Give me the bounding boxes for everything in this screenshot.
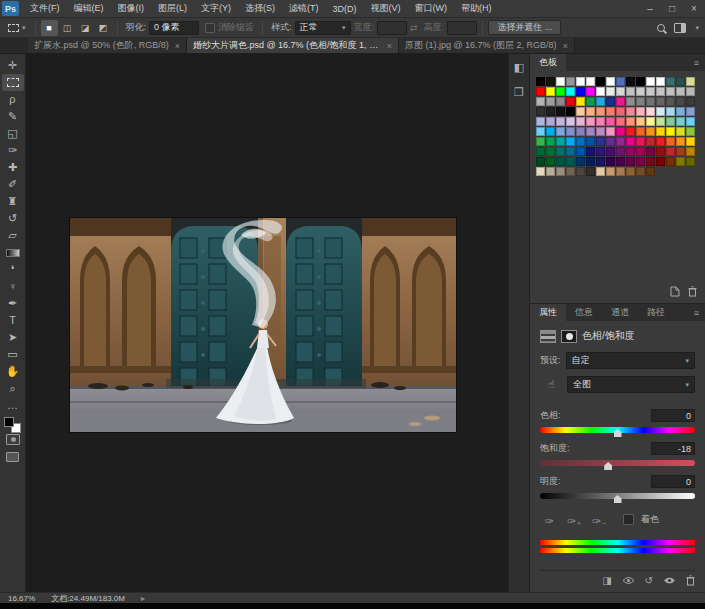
- eyedropper-tool[interactable]: ✑: [2, 142, 24, 159]
- swatch[interactable]: [556, 147, 565, 156]
- view-previous-state-button[interactable]: [622, 576, 635, 585]
- swatch[interactable]: [616, 77, 625, 86]
- swatch[interactable]: [586, 167, 595, 176]
- swatch[interactable]: [626, 107, 635, 116]
- swatch[interactable]: [586, 117, 595, 126]
- new-swatch-button[interactable]: [670, 286, 680, 297]
- swatch[interactable]: [636, 137, 645, 146]
- reset-button[interactable]: ↺: [645, 576, 653, 586]
- layer-mask-thumbnail[interactable]: [561, 330, 577, 343]
- swatch[interactable]: [636, 107, 645, 116]
- swatch[interactable]: [686, 107, 695, 116]
- swatch[interactable]: [586, 107, 595, 116]
- swatch[interactable]: [676, 77, 685, 86]
- rectangular-marquee-tool[interactable]: [2, 74, 24, 91]
- swatch[interactable]: [676, 147, 685, 156]
- swatch[interactable]: [566, 137, 575, 146]
- swatch[interactable]: [546, 97, 555, 106]
- style-select[interactable]: 正常 ▾: [295, 21, 351, 35]
- swatch[interactable]: [666, 137, 675, 146]
- swatch[interactable]: [556, 117, 565, 126]
- workspace-switcher-icon[interactable]: [674, 23, 686, 33]
- swatch[interactable]: [626, 167, 635, 176]
- gradient-tool[interactable]: [2, 244, 24, 261]
- swatch[interactable]: [636, 97, 645, 106]
- swatch[interactable]: [536, 97, 545, 106]
- swatch[interactable]: [576, 87, 585, 96]
- swatch[interactable]: [536, 147, 545, 156]
- tab-close-icon[interactable]: ×: [175, 41, 180, 51]
- colorize-checkbox[interactable]: [623, 514, 634, 525]
- swatch[interactable]: [626, 127, 635, 136]
- history-brush-tool[interactable]: ↺: [2, 210, 24, 227]
- swatch[interactable]: [536, 167, 545, 176]
- zoom-level[interactable]: 16.67%: [8, 594, 35, 603]
- swatch[interactable]: [566, 107, 575, 116]
- crop-tool[interactable]: ◱: [2, 125, 24, 142]
- swatch[interactable]: [626, 77, 635, 86]
- swatch[interactable]: [626, 117, 635, 126]
- slider-value-input[interactable]: 0: [651, 475, 695, 488]
- swatch[interactable]: [566, 157, 575, 166]
- swatch[interactable]: [636, 77, 645, 86]
- swatch[interactable]: [676, 107, 685, 116]
- swatch[interactable]: [586, 147, 595, 156]
- tab-swatches[interactable]: 色板: [530, 54, 566, 71]
- swatch[interactable]: [536, 77, 545, 86]
- swatch[interactable]: [636, 147, 645, 156]
- swatch[interactable]: [616, 167, 625, 176]
- add-selection-button[interactable]: ◫: [59, 20, 76, 36]
- swatch[interactable]: [586, 97, 595, 106]
- swatch[interactable]: [676, 157, 685, 166]
- swatch[interactable]: [586, 87, 595, 96]
- swatch[interactable]: [566, 117, 575, 126]
- swatch[interactable]: [556, 107, 565, 116]
- swatch[interactable]: [586, 137, 595, 146]
- swatch[interactable]: [556, 127, 565, 136]
- swatch[interactable]: [686, 117, 695, 126]
- swatch[interactable]: [576, 137, 585, 146]
- swatch[interactable]: [566, 97, 575, 106]
- swatch[interactable]: [536, 117, 545, 126]
- edit-toolbar-button[interactable]: …: [2, 397, 24, 414]
- menu-item[interactable]: 3D(D): [326, 4, 364, 14]
- tab-panel[interactable]: 信息: [566, 304, 602, 321]
- swatch[interactable]: [556, 167, 565, 176]
- swatch[interactable]: [606, 97, 615, 106]
- swatch[interactable]: [546, 87, 555, 96]
- close-button[interactable]: ×: [683, 3, 705, 14]
- swatch[interactable]: [676, 137, 685, 146]
- swatch[interactable]: [646, 147, 655, 156]
- minimize-button[interactable]: –: [639, 3, 661, 14]
- foreground-background-colors[interactable]: [2, 414, 24, 431]
- swatch[interactable]: [586, 157, 595, 166]
- swatch[interactable]: [566, 167, 575, 176]
- quick-mask-button[interactable]: [2, 431, 24, 448]
- swatch[interactable]: [556, 157, 565, 166]
- swatch[interactable]: [616, 117, 625, 126]
- move-tool[interactable]: ✛: [2, 57, 24, 74]
- swatch[interactable]: [646, 127, 655, 136]
- swatch[interactable]: [646, 107, 655, 116]
- swatch[interactable]: [566, 127, 575, 136]
- swatch[interactable]: [616, 127, 625, 136]
- swatch[interactable]: [616, 107, 625, 116]
- delete-adjustment-button[interactable]: [686, 575, 695, 586]
- tab-close-icon[interactable]: ×: [563, 41, 568, 51]
- rectangle-tool[interactable]: ▭: [2, 346, 24, 363]
- swatch[interactable]: [616, 87, 625, 96]
- swatch[interactable]: [596, 157, 605, 166]
- slider-track[interactable]: [540, 460, 695, 466]
- clone-stamp-tool[interactable]: ♜: [2, 193, 24, 210]
- swatch[interactable]: [666, 87, 675, 96]
- swatch[interactable]: [686, 77, 695, 86]
- swatch[interactable]: [596, 167, 605, 176]
- swatch[interactable]: [686, 97, 695, 106]
- swatch[interactable]: [676, 87, 685, 96]
- menu-item[interactable]: 文件(F): [23, 2, 67, 15]
- swatch[interactable]: [626, 147, 635, 156]
- slider-value-input[interactable]: 0: [651, 409, 695, 422]
- swatch[interactable]: [606, 157, 615, 166]
- swatch[interactable]: [566, 87, 575, 96]
- slider-thumb[interactable]: [614, 495, 622, 503]
